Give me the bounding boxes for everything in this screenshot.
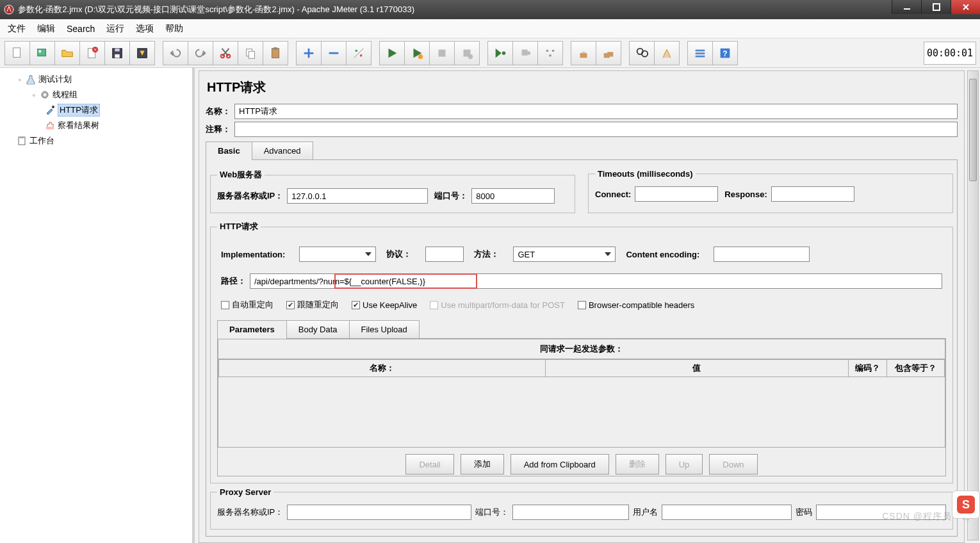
implementation-select[interactable]	[299, 247, 376, 262]
svg-rect-16	[272, 48, 279, 58]
svg-rect-3	[13, 47, 20, 57]
implementation-label: Implementation:	[221, 250, 285, 259]
collapse-button[interactable]	[321, 41, 347, 65]
protocol-input[interactable]	[425, 247, 464, 262]
start-no-pause-button[interactable]	[404, 41, 430, 65]
vertical-scrollbar[interactable]	[967, 70, 979, 540]
down-button[interactable]: Down	[709, 454, 757, 474]
method-select[interactable]: GET	[513, 247, 616, 262]
new-button[interactable]	[4, 41, 30, 65]
test-plan-tree[interactable]: ◦ 测试计划 ◦ 线程组 HTTP请求 察看结果树 工作台	[0, 68, 195, 543]
open-button[interactable]	[54, 41, 80, 65]
tree-node-thread-group[interactable]: ◦ 线程组	[3, 87, 190, 102]
svg-rect-32	[607, 52, 613, 56]
save-as-button[interactable]	[129, 41, 155, 65]
toggle-button[interactable]	[346, 41, 372, 65]
cut-button[interactable]	[213, 41, 238, 65]
window-close-button[interactable]	[951, 0, 980, 14]
expand-button[interactable]	[296, 41, 322, 65]
tree-toggle-icon[interactable]: ◦	[31, 90, 37, 100]
web-server-group: Web服务器 服务器名称或IP： 端口号：	[210, 169, 575, 213]
path-input[interactable]	[250, 273, 942, 289]
tree-toggle-icon[interactable]: ◦	[17, 75, 23, 85]
proxy-port-input[interactable]	[512, 505, 629, 520]
up-button[interactable]: Up	[666, 454, 703, 474]
browser-headers-checkbox[interactable]: Browser-compatible headers	[578, 300, 694, 310]
parameters-caption: 同请求一起发送参数：	[218, 339, 945, 359]
response-label: Response:	[724, 190, 767, 199]
add-button[interactable]: 添加	[461, 454, 504, 474]
tree-node-http-request[interactable]: HTTP请求	[3, 102, 190, 118]
copy-button[interactable]	[238, 41, 263, 65]
tree-node-workbench[interactable]: 工作台	[3, 133, 190, 149]
svg-rect-5	[39, 50, 42, 53]
follow-redirect-checkbox[interactable]: ✔跟随重定向	[286, 299, 339, 311]
help-button[interactable]: ?	[712, 41, 738, 65]
delete-button[interactable]: 删除	[616, 454, 659, 474]
proxy-user-input[interactable]	[662, 505, 792, 520]
comment-input[interactable]	[234, 122, 958, 137]
server-input[interactable]	[287, 188, 428, 204]
close-button[interactable]	[79, 41, 105, 65]
menu-run[interactable]: 运行	[106, 23, 124, 35]
window-maximize-button[interactable]	[921, 0, 951, 14]
name-input[interactable]	[234, 104, 958, 119]
detail-button[interactable]: Detail	[405, 454, 453, 474]
tab-advanced[interactable]: Advanced	[252, 142, 313, 160]
svg-point-34	[642, 51, 648, 56]
shutdown-button[interactable]	[454, 41, 480, 65]
tree-node-view-results[interactable]: 察看结果树	[3, 118, 190, 133]
remote-shutdown-button[interactable]	[537, 41, 563, 65]
stop-button[interactable]	[429, 41, 455, 65]
tab-basic[interactable]: Basic	[206, 142, 252, 160]
encoding-input[interactable]	[714, 247, 810, 262]
path-label: 路径：	[221, 275, 246, 287]
menu-help[interactable]: 帮助	[165, 23, 183, 35]
panel-heading: HTTP请求	[207, 79, 958, 96]
menu-edit[interactable]: 编辑	[37, 23, 55, 35]
tree-node-test-plan[interactable]: ◦ 测试计划	[3, 72, 190, 87]
window-title: 参数化-函数2.jmx (D:\双元\双元视频-接口测试\课堂script\参数…	[18, 4, 414, 15]
col-value: 值	[545, 360, 848, 377]
redo-button[interactable]	[188, 41, 213, 65]
window-minimize-button[interactable]	[892, 0, 921, 14]
svg-rect-10	[115, 48, 119, 51]
svg-rect-36	[696, 53, 705, 54]
clear-all-button[interactable]	[596, 41, 621, 65]
clear-button[interactable]	[571, 41, 596, 65]
remote-stop-button[interactable]	[512, 41, 538, 65]
start-button[interactable]	[379, 41, 405, 65]
svg-rect-30	[580, 53, 587, 58]
multipart-checkbox[interactable]: Use multipart/form-data for POST	[430, 300, 565, 310]
search-button[interactable]	[629, 41, 655, 65]
auto-redirect-checkbox[interactable]: 自动重定向	[221, 299, 274, 311]
svg-rect-37	[696, 55, 705, 57]
undo-button[interactable]	[163, 41, 188, 65]
connect-input[interactable]	[635, 186, 718, 202]
proxy-server-input[interactable]	[287, 505, 471, 520]
svg-point-23	[468, 54, 473, 58]
tab-parameters[interactable]: Parameters	[217, 320, 287, 339]
ime-indicator[interactable]: S	[952, 490, 980, 519]
menu-options[interactable]: 选项	[136, 23, 154, 35]
scrollbar-thumb[interactable]	[969, 79, 977, 181]
menu-file[interactable]: 文件	[8, 23, 26, 35]
gear-icon	[40, 90, 50, 100]
save-button[interactable]	[104, 41, 130, 65]
tab-body-data[interactable]: Body Data	[286, 320, 350, 339]
add-clipboard-button[interactable]: Add from Clipboard	[510, 454, 609, 474]
response-input[interactable]	[771, 186, 854, 202]
tab-files-upload[interactable]: Files Upload	[349, 320, 420, 339]
svg-text:?: ?	[723, 49, 727, 58]
paste-button[interactable]	[263, 41, 288, 65]
remote-start-button[interactable]	[487, 41, 513, 65]
templates-button[interactable]	[29, 41, 55, 65]
menu-search[interactable]: Search	[67, 24, 95, 34]
function-helper-button[interactable]	[687, 41, 713, 65]
keepalive-checkbox[interactable]: ✔Use KeepAlive	[352, 300, 417, 310]
parameters-table[interactable]: 同请求一起发送参数： 名称： 值 编码？ 包含等于？	[218, 339, 945, 448]
method-label: 方法：	[474, 248, 499, 260]
encoding-label: Content encoding:	[626, 250, 699, 259]
reset-search-button[interactable]	[654, 41, 680, 65]
port-input[interactable]	[471, 188, 555, 204]
